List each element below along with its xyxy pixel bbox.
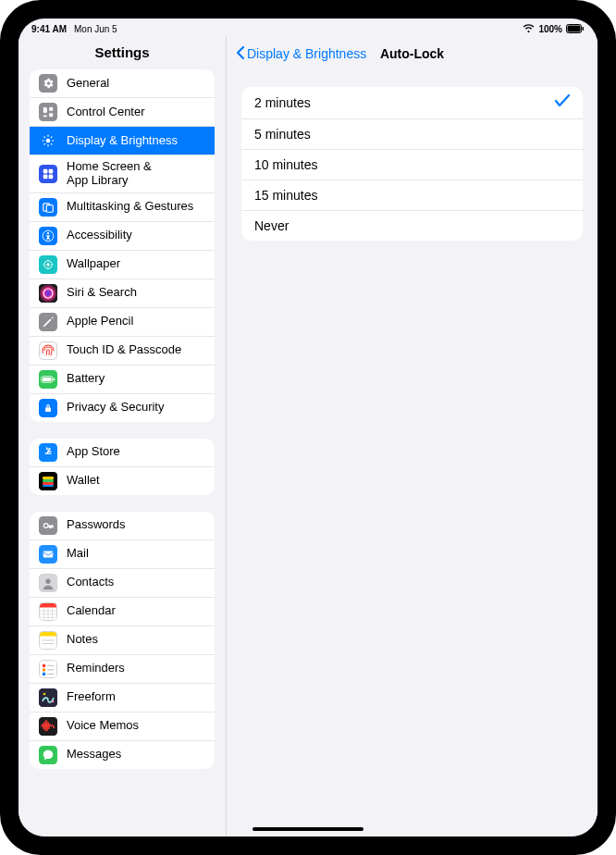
battery-icon [39,370,57,389]
sidebar-item-label: Mail [67,547,89,561]
sidebar-item-label: General [67,77,109,91]
battery-percent: 100% [538,24,562,34]
svg-rect-18 [43,175,48,180]
svg-rect-26 [39,284,57,303]
battery-icon [566,24,585,33]
autolock-option[interactable]: 15 minutes [241,180,583,211]
reminders-icon [39,660,57,678]
sidebar-item-reminders[interactable]: Reminders [30,655,215,684]
svg-rect-34 [43,482,54,485]
general-icon [39,74,57,93]
sidebar-group: App StoreWallet [30,439,215,495]
sidebar-item-passwords[interactable]: Passwords [30,512,215,540]
sidebar-item-siri[interactable]: Siri & Search [30,279,215,308]
svg-point-54 [43,668,46,672]
messages-icon [39,746,57,764]
autolock-option[interactable]: 5 minutes [241,119,583,150]
sidebar-item-general[interactable]: General [30,69,215,98]
svg-rect-1 [568,26,581,32]
svg-rect-5 [49,113,53,117]
sidebar-item-messages[interactable]: Messages [30,741,215,769]
sidebar-item-label: Passwords [67,518,126,532]
autolock-option[interactable]: 2 minutes [241,87,583,119]
svg-rect-2 [583,27,585,31]
sidebar-item-label: Privacy & Security [67,401,164,415]
svg-point-23 [47,232,49,234]
sidebar-item-wallpaper[interactable]: Wallpaper [30,251,215,279]
sidebar-item-multitask[interactable]: Multitasking & Gestures [30,193,215,222]
svg-point-53 [43,663,46,667]
autolock-option[interactable]: 10 minutes [241,150,583,180]
chevron-left-icon [236,45,245,63]
sidebar-item-label: Notes [67,633,98,647]
sidebar-item-label: Accessibility [67,229,132,242]
sidebar-item-notes[interactable]: Notes [30,626,215,655]
sidebar-item-privacy[interactable]: Privacy & Security [30,394,215,422]
sidebar-item-wallet[interactable]: Wallet [30,467,215,495]
back-button[interactable]: Display & Brightness [236,45,366,63]
mail-icon [39,545,57,564]
touchid-icon [39,341,57,360]
sidebar-item-voicememos[interactable]: Voice Memos [30,712,215,741]
accessibility-icon [39,227,57,245]
svg-line-15 [51,137,52,138]
voicememos-icon [39,717,57,736]
sidebar-item-touchid[interactable]: Touch ID & Passcode [30,337,215,366]
status-date: Mon Jun 5 [74,24,117,34]
sidebar-item-label: Messages [67,748,121,762]
wifi-icon [523,24,535,33]
autolock-option[interactable]: Never [241,211,583,241]
wallet-icon [39,472,57,490]
home-icon [39,165,57,183]
home-indicator[interactable] [253,827,363,831]
sidebar-item-label: Touch ID & Passcode [67,343,181,357]
sidebar-scroll[interactable]: GeneralControl CenterDisplay & Brightnes… [18,69,226,836]
sidebar-item-battery[interactable]: Battery [30,366,215,394]
svg-point-55 [43,672,46,675]
svg-rect-41 [40,603,56,608]
sidebar-item-label: Home Screen & App Library [67,160,152,188]
autolock-options: 2 minutes5 minutes10 minutes15 minutesNe… [241,87,583,241]
sidebar-item-label: Reminders [67,662,125,675]
option-label: 10 minutes [254,157,317,172]
svg-rect-35 [43,485,54,487]
sidebar-item-label: Freeform [67,690,116,704]
svg-rect-21 [46,205,53,213]
sidebar-item-label: Calendar [67,604,116,618]
back-label: Display & Brightness [247,46,366,61]
sidebar-item-appstore[interactable]: App Store [30,439,215,467]
option-label: 2 minutes [254,95,311,110]
svg-line-12 [44,137,45,138]
sidebar-item-display[interactable]: Display & Brightness [30,127,215,155]
sidebar-item-pencil[interactable]: Apple Pencil [30,308,215,337]
sidebar-item-accessibility[interactable]: Accessibility [30,222,215,251]
sidebar: Settings GeneralControl CenterDisplay & … [18,37,226,836]
sidebar-item-mail[interactable]: Mail [30,540,215,569]
svg-rect-37 [43,551,54,557]
pencil-icon [39,313,57,331]
svg-rect-19 [49,175,54,180]
calendar-icon [39,602,57,621]
freeform-icon [39,688,57,707]
svg-rect-32 [43,477,54,479]
checkmark-icon [555,94,570,111]
svg-rect-29 [43,378,52,381]
display-icon [39,131,57,150]
sidebar-item-calendar[interactable]: Calendar [30,598,215,626]
notes-icon [39,631,57,650]
svg-rect-4 [49,107,53,111]
sidebar-item-label: Battery [67,372,105,386]
passwords-icon [39,516,57,535]
svg-line-13 [51,143,52,144]
sidebar-item-home[interactable]: Home Screen & App Library [30,155,215,193]
contacts-icon [39,574,57,592]
sidebar-item-control-center[interactable]: Control Center [30,98,215,127]
sidebar-item-label: Contacts [67,576,114,589]
sidebar-group: GeneralControl CenterDisplay & Brightnes… [30,69,215,422]
sidebar-item-contacts[interactable]: Contacts [30,569,215,598]
multitask-icon [39,198,57,217]
sidebar-item-freeform[interactable]: Freeform [30,684,215,712]
svg-rect-17 [49,169,54,174]
control-center-icon [39,103,57,121]
svg-rect-59 [39,688,57,707]
